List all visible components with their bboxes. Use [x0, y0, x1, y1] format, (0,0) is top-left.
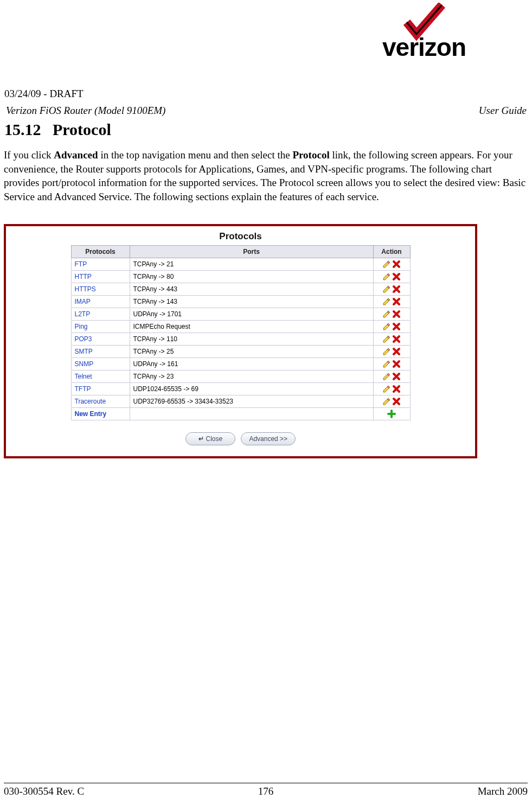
edit-icon[interactable] — [382, 397, 392, 405]
close-button[interactable]: ↵Close — [185, 432, 235, 445]
footer-page-number: 176 — [258, 785, 274, 797]
delete-icon[interactable] — [392, 297, 401, 305]
ports-cell: TCPAny -> 80 — [130, 271, 373, 283]
doc-type: User Guide — [479, 105, 527, 117]
advanced-button[interactable]: Advanced >> — [241, 432, 296, 445]
table-row: IMAPTCPAny -> 143 — [71, 296, 410, 308]
protocol-link[interactable]: HTTPS — [71, 283, 130, 296]
edit-icon[interactable] — [382, 260, 392, 267]
doc-header: Verizon FiOS Router (Model 9100EM) User … — [6, 105, 527, 117]
ports-cell: TCPAny -> 143 — [130, 296, 373, 308]
edit-icon[interactable] — [382, 285, 392, 292]
col-ports: Ports — [130, 246, 373, 258]
delete-icon[interactable] — [392, 335, 401, 342]
edit-icon[interactable] — [382, 272, 392, 280]
protocol-link[interactable]: POP3 — [71, 333, 130, 346]
protocol-link[interactable]: Telnet — [71, 370, 130, 383]
panel-title: Protocols — [8, 228, 473, 245]
ports-cell: TCPAny -> 443 — [130, 283, 373, 296]
add-icon[interactable] — [387, 410, 396, 417]
ports-cell: TCPAny -> 110 — [130, 333, 373, 346]
delete-icon[interactable] — [392, 322, 401, 330]
panel-button-row: ↵Close Advanced >> — [8, 432, 473, 445]
edit-icon[interactable] — [382, 385, 392, 392]
edit-icon[interactable] — [382, 360, 392, 367]
footer-date: March 2009 — [478, 785, 528, 797]
verizon-logo-text: verizon — [382, 33, 466, 62]
protocol-link[interactable]: IMAP — [71, 296, 130, 308]
page-footer: 030-300554 Rev. C 176 March 2009 — [4, 783, 528, 797]
ports-cell: UDP32769-65535 -> 33434-33523 — [130, 395, 373, 408]
table-row: HTTPTCPAny -> 80 — [71, 271, 410, 283]
ports-cell: UDPAny -> 1701 — [130, 308, 373, 321]
table-row: TelnetTCPAny -> 23 — [71, 370, 410, 383]
footer-doc-id: 030-300554 Rev. C — [4, 785, 84, 797]
table-row: SNMPUDPAny -> 161 — [71, 358, 410, 370]
close-button-label: Close — [206, 435, 223, 443]
delete-icon[interactable] — [392, 347, 401, 355]
ports-cell: ICMPEcho Request — [130, 321, 373, 333]
actions-cell — [373, 271, 410, 283]
body-text-frag: If you click — [4, 149, 54, 161]
delete-icon[interactable] — [392, 260, 401, 267]
protocols-table: Protocols Ports Action FTPTCPAny -> 21HT… — [71, 245, 411, 420]
delete-icon[interactable] — [392, 272, 401, 280]
verizon-logo: verizon — [382, 5, 523, 65]
actions-cell — [373, 383, 410, 395]
table-row: HTTPSTCPAny -> 443 — [71, 283, 410, 296]
protocol-link[interactable]: SNMP — [71, 358, 130, 370]
ports-cell: TCPAny -> 25 — [130, 346, 373, 358]
edit-icon[interactable] — [382, 322, 392, 330]
table-row: TFTPUDP1024-65535 -> 69 — [71, 383, 410, 395]
protocol-link[interactable]: Traceroute — [71, 395, 130, 408]
actions-cell — [373, 333, 410, 346]
protocol-link[interactable]: HTTP — [71, 271, 130, 283]
delete-icon[interactable] — [392, 310, 401, 317]
actions-cell — [373, 283, 410, 296]
advanced-button-label: Advanced >> — [249, 435, 287, 443]
delete-icon[interactable] — [392, 372, 401, 380]
actions-cell — [373, 358, 410, 370]
actions-cell — [373, 321, 410, 333]
section-number: 15.12 — [4, 120, 41, 138]
actions-cell — [373, 308, 410, 321]
edit-icon[interactable] — [382, 372, 392, 380]
protocols-panel: Protocols Protocols Ports Action FTPTCPA… — [4, 224, 477, 458]
section-heading: 15.12 Protocol — [4, 120, 111, 139]
ports-cell — [130, 408, 373, 420]
edit-icon[interactable] — [382, 310, 392, 317]
table-row: PingICMPEcho Request — [71, 321, 410, 333]
protocol-link[interactable]: TFTP — [71, 383, 130, 395]
delete-icon[interactable] — [392, 397, 401, 405]
protocol-link[interactable]: SMTP — [71, 346, 130, 358]
table-row: L2TPUDPAny -> 1701 — [71, 308, 410, 321]
table-row: TracerouteUDP32769-65535 -> 33434-33523 — [71, 395, 410, 408]
ports-cell: UDPAny -> 161 — [130, 358, 373, 370]
actions-cell — [373, 258, 410, 271]
ports-cell: UDP1024-65535 -> 69 — [130, 383, 373, 395]
actions-cell — [373, 346, 410, 358]
edit-icon[interactable] — [382, 347, 392, 355]
delete-icon[interactable] — [392, 385, 401, 392]
product-name: Verizon FiOS Router (Model 9100EM) — [6, 105, 165, 117]
delete-icon[interactable] — [392, 360, 401, 367]
actions-cell — [373, 408, 410, 420]
ports-cell: TCPAny -> 21 — [130, 258, 373, 271]
edit-icon[interactable] — [382, 335, 392, 342]
actions-cell — [373, 296, 410, 308]
delete-icon[interactable] — [392, 285, 401, 292]
new-entry-link[interactable]: New Entry — [71, 408, 130, 420]
actions-cell — [373, 395, 410, 408]
table-row: FTPTCPAny -> 21 — [71, 258, 410, 271]
body-text-frag: in the top navigation menu and then sele… — [98, 149, 293, 161]
protocol-link[interactable]: Ping — [71, 321, 130, 333]
return-arrow-icon: ↵ — [198, 435, 204, 443]
table-row: SMTPTCPAny -> 25 — [71, 346, 410, 358]
protocol-link[interactable]: L2TP — [71, 308, 130, 321]
body-bold-protocol: Protocol — [292, 149, 329, 161]
edit-icon[interactable] — [382, 297, 392, 305]
section-title: Protocol — [53, 120, 111, 138]
ports-cell: TCPAny -> 23 — [130, 370, 373, 383]
protocol-link[interactable]: FTP — [71, 258, 130, 271]
new-entry-row: New Entry — [71, 408, 410, 420]
